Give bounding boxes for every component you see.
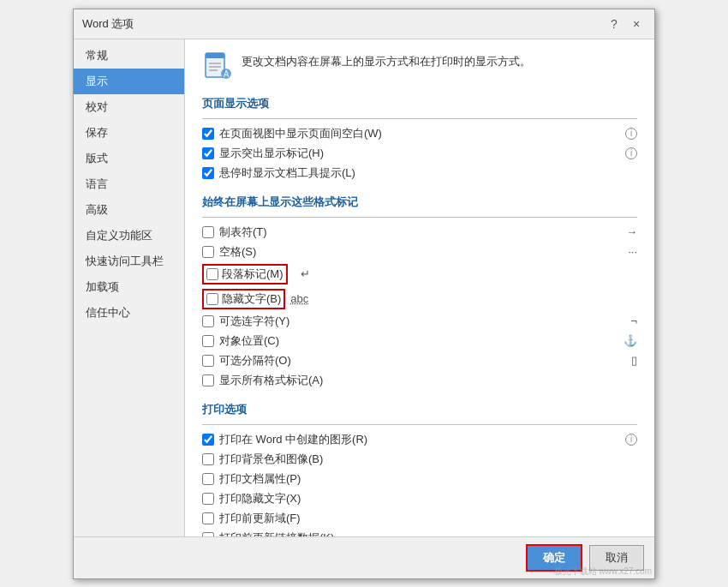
checkbox-print-props[interactable] xyxy=(202,473,214,485)
close-button[interactable]: × xyxy=(627,15,646,33)
label-paragraph: 段落标记(M) xyxy=(222,267,283,282)
option-print-update-fields: 打印前更新域(F) xyxy=(202,511,637,526)
checkbox-print-shapes[interactable] xyxy=(202,434,214,446)
sidebar-item-save[interactable]: 保存 xyxy=(74,120,184,146)
sidebar-item-customize-ribbon[interactable]: 自定义功能区 xyxy=(74,223,184,249)
option-page-gap: 在页面视图中显示页面间空白(W) i xyxy=(202,126,637,141)
symbol-optional-sep: ▯ xyxy=(620,354,637,367)
sidebar-item-advanced[interactable]: 高级 xyxy=(74,197,184,223)
option-paragraph: 段落标记(M) ↵ xyxy=(202,264,637,285)
option-show-all: 显示所有格式标记(A) xyxy=(202,373,637,388)
option-highlight-marks: 显示突出显示标记(H) i xyxy=(202,146,637,161)
label-hover-tooltip: 悬停时显示文档工具提示(L) xyxy=(219,165,637,181)
label-print-update-links: 打印前更新链接数据(K) xyxy=(219,530,637,536)
section-icon: A xyxy=(202,51,233,82)
sidebar-item-layout[interactable]: 版式 xyxy=(74,146,184,171)
sidebar-item-general[interactable]: 常规 xyxy=(74,43,184,69)
label-tab: 制表符(T) xyxy=(219,225,615,240)
svg-text:A: A xyxy=(224,69,230,79)
label-show-all: 显示所有格式标记(A) xyxy=(219,373,637,388)
confirm-button[interactable]: 确定 xyxy=(526,544,582,572)
checkbox-print-hidden[interactable] xyxy=(202,493,214,505)
checkbox-print-bg[interactable] xyxy=(202,453,214,465)
checkbox-print-update-links[interactable] xyxy=(202,532,214,536)
header-description: 更改文档内容在屏幕上的显示方式和在打印时的显示方式。 xyxy=(242,53,531,70)
option-tab: 制表符(T) → xyxy=(202,225,637,240)
checkbox-show-all[interactable] xyxy=(202,374,214,386)
print-title: 打印选项 xyxy=(202,402,637,417)
sidebar-item-language[interactable]: 语言 xyxy=(74,171,184,197)
info-icon-page-gap[interactable]: i xyxy=(625,128,637,140)
format-marks-title: 始终在屏幕上显示这些格式标记 xyxy=(202,195,637,210)
option-hidden: 隐藏文字(B) abc xyxy=(202,289,637,309)
checkbox-optional-hyphen[interactable] xyxy=(202,315,214,327)
info-icon-highlight-marks[interactable]: i xyxy=(625,147,637,159)
checkbox-print-update-fields[interactable] xyxy=(202,512,214,524)
label-space: 空格(S) xyxy=(219,244,615,260)
option-hover-tooltip: 悬停时显示文档工具提示(L) xyxy=(202,165,637,181)
option-print-hidden: 打印隐藏文字(X) xyxy=(202,491,637,506)
label-highlight-marks: 显示突出显示标记(H) xyxy=(219,146,618,161)
label-print-props: 打印文档属性(P) xyxy=(219,471,637,487)
checkbox-hidden[interactable] xyxy=(206,293,218,305)
checkbox-hover-tooltip[interactable] xyxy=(202,167,214,179)
label-page-gap: 在页面视图中显示页面间空白(W) xyxy=(219,126,618,141)
label-object-pos: 对象位置(C) xyxy=(219,333,615,349)
symbol-space: ··· xyxy=(620,245,637,258)
dialog-title: Word 选项 xyxy=(82,16,134,32)
sidebar-item-display[interactable]: 显示 xyxy=(74,69,184,94)
label-optional-hyphen: 可选连字符(Y) xyxy=(219,314,615,329)
page-display-title: 页面显示选项 xyxy=(202,96,637,111)
symbol-hidden: abc xyxy=(290,292,308,305)
checkbox-paragraph[interactable] xyxy=(206,268,218,280)
symbol-object-pos: ⚓ xyxy=(620,334,637,347)
cancel-button[interactable]: 取消 xyxy=(589,545,644,571)
page-display-section: 页面显示选项 在页面视图中显示页面间空白(W) i 显示突出显示标记(H) i xyxy=(202,96,637,181)
label-print-shapes: 打印在 Word 中创建的图形(R) xyxy=(219,432,618,447)
main-content: A 更改文档内容在屏幕上的显示方式和在打印时的显示方式。 页面显示选项 在页面视… xyxy=(185,39,654,536)
symbol-optional-hyphen: ¬ xyxy=(620,314,637,327)
option-space: 空格(S) ··· xyxy=(202,244,637,260)
checkbox-page-gap[interactable] xyxy=(202,128,214,140)
option-print-shapes: 打印在 Word 中创建的图形(R) i xyxy=(202,432,637,447)
sidebar-item-quick-access[interactable]: 快速访问工具栏 xyxy=(74,249,184,274)
label-print-hidden: 打印隐藏文字(X) xyxy=(219,491,637,506)
checkbox-tab[interactable] xyxy=(202,226,214,238)
checkbox-optional-sep[interactable] xyxy=(202,355,214,367)
print-section: 打印选项 打印在 Word 中创建的图形(R) i 打印背景色和图像(B) 打印… xyxy=(202,402,637,536)
checkbox-object-pos[interactable] xyxy=(202,335,214,347)
option-print-props: 打印文档属性(P) xyxy=(202,471,637,487)
label-print-update-fields: 打印前更新域(F) xyxy=(219,511,637,526)
paragraph-highlight-box: 段落标记(M) xyxy=(202,264,288,285)
dialog-footer: 确定 取消 xyxy=(74,536,654,578)
hidden-highlight-box: 隐藏文字(B) xyxy=(202,289,285,309)
sidebar-item-proofing[interactable]: 校对 xyxy=(74,94,184,120)
option-optional-hyphen: 可选连字符(Y) ¬ xyxy=(202,314,637,329)
symbol-paragraph: ↵ xyxy=(293,267,310,280)
svg-rect-1 xyxy=(206,53,224,58)
option-print-update-links: 打印前更新链接数据(K) xyxy=(202,530,637,536)
option-print-bg: 打印背景色和图像(B) xyxy=(202,452,637,467)
format-marks-section: 始终在屏幕上显示这些格式标记 制表符(T) → 空格(S) ··· xyxy=(202,195,637,388)
checkbox-highlight-marks[interactable] xyxy=(202,147,214,159)
sidebar-item-trust-center[interactable]: 信任中心 xyxy=(74,300,184,326)
option-object-pos: 对象位置(C) ⚓ xyxy=(202,333,637,349)
info-icon-print-shapes[interactable]: i xyxy=(625,434,637,446)
label-print-bg: 打印背景色和图像(B) xyxy=(219,452,637,467)
checkbox-space[interactable] xyxy=(202,246,214,258)
option-optional-sep: 可选分隔符(O) ▯ xyxy=(202,353,637,368)
help-button[interactable]: ? xyxy=(605,15,624,33)
sidebar-item-addins[interactable]: 加载项 xyxy=(74,274,184,300)
symbol-tab: → xyxy=(620,225,637,238)
label-optional-sep: 可选分隔符(O) xyxy=(219,353,615,368)
sidebar: 常规 显示 校对 保存 版式 语言 高级 自定义功能区 快速访问工具栏 加载项 … xyxy=(74,39,185,536)
label-hidden: 隐藏文字(B) xyxy=(222,291,281,307)
